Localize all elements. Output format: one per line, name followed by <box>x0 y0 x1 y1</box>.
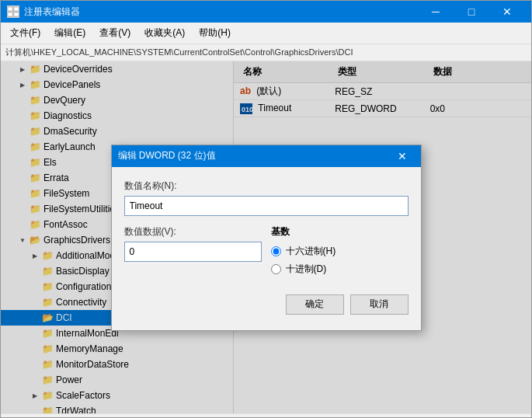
radio-dec-text: 十进制(D) <box>286 263 327 276</box>
window-title: 注册表编辑器 <box>24 5 418 19</box>
svg-rect-0 <box>8 7 12 11</box>
window-controls: ─ □ ✕ <box>418 1 525 23</box>
modal-title-bar: 编辑 DWORD (32 位)值 ✕ <box>112 145 421 167</box>
close-button[interactable]: ✕ <box>489 1 525 23</box>
modal-overlay: 编辑 DWORD (32 位)值 ✕ 数值名称(N): 数值数据(V): <box>1 61 531 413</box>
registry-editor-window: 注册表编辑器 ─ □ ✕ 文件(F) 编辑(E) 查看(V) 收藏夹(A) 帮助… <box>0 0 532 418</box>
menu-edit[interactable]: 编辑(E) <box>48 24 92 42</box>
menu-file[interactable]: 文件(F) <box>4 24 47 42</box>
title-bar: 注册表编辑器 ─ □ ✕ <box>1 1 531 23</box>
radio-dec-input[interactable] <box>271 264 281 274</box>
name-label: 数值名称(N): <box>124 179 409 193</box>
status-bar <box>1 413 531 417</box>
app-icon <box>7 5 19 18</box>
radio-hex-label[interactable]: 十六进制(H) <box>271 245 409 258</box>
data-input[interactable] <box>124 242 262 262</box>
modal-body: 数值名称(N): 数值数据(V): 基数 <box>112 167 421 330</box>
svg-rect-3 <box>14 12 19 16</box>
radio-hex-text: 十六进制(H) <box>286 245 336 258</box>
ok-button[interactable]: 确定 <box>286 294 344 315</box>
menu-favorites[interactable]: 收藏夹(A) <box>138 24 191 42</box>
edit-dword-dialog: 编辑 DWORD (32 位)值 ✕ 数值名称(N): 数值数据(V): <box>111 145 422 331</box>
base-radio-group: 十六进制(H) 十进制(D) <box>271 245 409 276</box>
modal-close-button[interactable]: ✕ <box>390 146 415 166</box>
name-input[interactable] <box>124 196 409 216</box>
radio-dec-label[interactable]: 十进制(D) <box>271 263 409 276</box>
address-bar: 计算机\HKEY_LOCAL_MACHINE\SYSTEM\CurrentCon… <box>1 44 531 61</box>
cancel-button[interactable]: 取消 <box>350 294 409 315</box>
minimize-button[interactable]: ─ <box>418 1 454 23</box>
name-label-row: 数值名称(N): <box>124 179 409 225</box>
address-text: 计算机\HKEY_LOCAL_MACHINE\SYSTEM\CurrentCon… <box>5 47 353 58</box>
base-section: 基数 十六进制(H) 十进制(D) <box>271 225 409 276</box>
radio-hex-input[interactable] <box>271 246 281 256</box>
base-title: 基数 <box>271 225 409 239</box>
data-label: 数值数据(V): <box>124 225 262 239</box>
menu-help[interactable]: 帮助(H) <box>193 24 237 42</box>
menu-view[interactable]: 查看(V) <box>93 24 137 42</box>
svg-rect-2 <box>8 12 12 16</box>
value-section: 数值数据(V): <box>124 225 262 276</box>
main-content: ▶ 📁 DeviceOverrides ▶ 📁 DevicePanels <box>1 61 531 413</box>
svg-rect-1 <box>14 7 19 11</box>
modal-title: 编辑 DWORD (32 位)值 <box>118 149 390 162</box>
modal-buttons: 确定 取消 <box>124 288 409 318</box>
menu-bar: 文件(F) 编辑(E) 查看(V) 收藏夹(A) 帮助(H) <box>1 23 531 44</box>
data-and-base-row: 数值数据(V): 基数 十六进制(H) <box>124 225 409 276</box>
maximize-button[interactable]: □ <box>454 1 489 23</box>
